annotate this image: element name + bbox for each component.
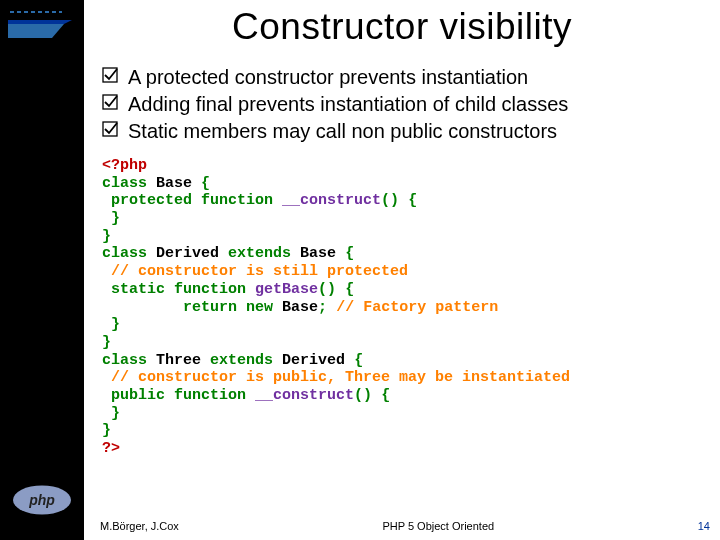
code-token: <?php (102, 157, 147, 174)
bullet-text: Static members may call non public const… (128, 118, 720, 145)
code-token: } (111, 405, 120, 422)
code-token: class (102, 245, 147, 262)
code-token: function (174, 387, 246, 404)
code-token: { (345, 281, 354, 298)
content-area: Constructor visibility A protected const… (84, 0, 720, 540)
code-token: return (183, 299, 237, 316)
code-token: } (102, 334, 111, 351)
bullet-text: A protected constructor prevents instant… (128, 64, 720, 91)
code-token: extends (228, 245, 291, 262)
code-token: ; (318, 299, 327, 316)
code-token: new (246, 299, 273, 316)
php-logo-icon: php (8, 480, 76, 520)
code-token: public (111, 387, 165, 404)
page-title: Constructor visibility (84, 6, 720, 48)
code-token: Derived (156, 245, 219, 262)
code-token: Three (156, 352, 201, 369)
bullet-list: A protected constructor prevents instant… (84, 64, 720, 145)
code-token: static (111, 281, 165, 298)
sidebar: php (0, 0, 84, 540)
code-token: Base (282, 299, 318, 316)
checkbox-icon (102, 118, 128, 139)
svg-marker-1 (8, 20, 72, 24)
list-item: Static members may call non public const… (102, 118, 720, 145)
checkbox-icon (102, 64, 128, 85)
code-token: { (345, 245, 354, 262)
code-token: __construct (282, 192, 381, 209)
code-token: Derived (282, 352, 345, 369)
code-token: { (408, 192, 417, 209)
code-token: ?> (102, 440, 120, 457)
code-token: () (318, 281, 336, 298)
code-token: } (102, 228, 111, 245)
code-token: // Factory pattern (336, 299, 498, 316)
checkbox-icon (102, 91, 128, 112)
code-token: { (381, 387, 390, 404)
list-item: A protected constructor prevents instant… (102, 64, 720, 91)
code-token: () (354, 387, 372, 404)
bullet-text: Adding final prevents instantiation of c… (128, 91, 720, 118)
code-token: } (102, 422, 111, 439)
footer: M.Börger, J.Cox PHP 5 Object Oriented 14 (100, 520, 710, 532)
code-token: class (102, 352, 147, 369)
code-token: class (102, 175, 147, 192)
footer-center: PHP 5 Object Oriented (382, 520, 494, 532)
code-token: __construct (255, 387, 354, 404)
code-token: } (111, 316, 120, 333)
code-token: extends (210, 352, 273, 369)
svg-marker-2 (8, 24, 64, 38)
code-token: protected (111, 192, 192, 209)
code-token: function (201, 192, 273, 209)
code-token: { (201, 175, 210, 192)
code-token: Base (156, 175, 192, 192)
code-token: // constructor is public, Three may be i… (111, 369, 570, 386)
footer-authors: M.Börger, J.Cox (100, 520, 179, 532)
code-token: { (354, 352, 363, 369)
code-token: Base (300, 245, 336, 262)
ship-icon (6, 4, 78, 48)
code-token: // constructor is still protected (111, 263, 408, 280)
svg-text:php: php (28, 492, 55, 508)
code-token: function (174, 281, 246, 298)
code-token: } (111, 210, 120, 227)
code-token: () (381, 192, 399, 209)
code-block: <?php class Base { protected function __… (84, 157, 720, 458)
page-number: 14 (698, 520, 710, 532)
code-token: getBase (255, 281, 318, 298)
list-item: Adding final prevents instantiation of c… (102, 91, 720, 118)
